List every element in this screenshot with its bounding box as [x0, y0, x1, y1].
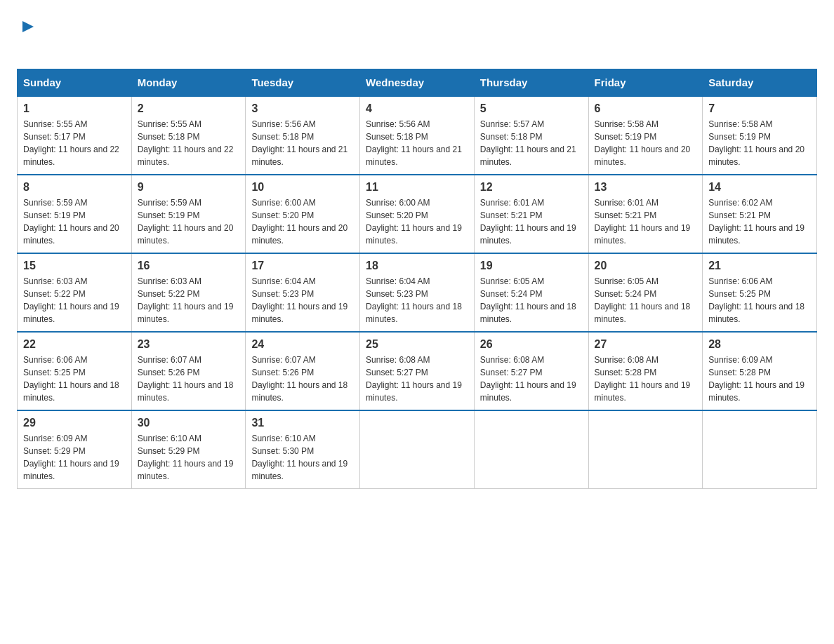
day-number: 28	[708, 338, 811, 351]
day-cell-4: 4 Sunrise: 5:56 AM Sunset: 5:18 PM Dayli…	[360, 96, 475, 175]
day-number: 29	[23, 417, 126, 429]
day-cell-29: 29 Sunrise: 6:09 AM Sunset: 5:29 PM Dayl…	[18, 410, 132, 489]
day-info: Sunrise: 6:10 AM Sunset: 5:30 PM Dayligh…	[251, 432, 354, 483]
day-info: Sunrise: 6:02 AM Sunset: 5:21 PM Dayligh…	[708, 196, 811, 247]
day-number: 26	[480, 338, 583, 351]
day-cell-13: 13 Sunrise: 6:01 AM Sunset: 5:21 PM Dayl…	[588, 175, 703, 253]
day-number: 27	[595, 338, 697, 351]
day-info: Sunrise: 5:59 AM Sunset: 5:19 PM Dayligh…	[138, 196, 240, 247]
week-row-2: 8 Sunrise: 5:59 AM Sunset: 5:19 PM Dayli…	[18, 175, 817, 253]
header-tuesday: Tuesday	[246, 69, 360, 97]
day-number: 22	[23, 338, 126, 351]
day-info: Sunrise: 6:03 AM Sunset: 5:22 PM Dayligh…	[23, 275, 126, 326]
day-cell-10: 10 Sunrise: 6:00 AM Sunset: 5:20 PM Dayl…	[246, 175, 360, 253]
day-number: 23	[138, 338, 240, 351]
day-cell-9: 9 Sunrise: 5:59 AM Sunset: 5:19 PM Dayli…	[131, 175, 246, 253]
day-cell-16: 16 Sunrise: 6:03 AM Sunset: 5:22 PM Dayl…	[131, 253, 246, 332]
day-info: Sunrise: 5:58 AM Sunset: 5:19 PM Dayligh…	[708, 118, 811, 168]
header-thursday: Thursday	[474, 69, 588, 97]
day-number: 8	[23, 181, 126, 194]
day-cell-12: 12 Sunrise: 6:01 AM Sunset: 5:21 PM Dayl…	[474, 175, 588, 253]
day-number: 11	[366, 181, 468, 194]
header-sunday: Sunday	[18, 69, 132, 97]
day-cell-21: 21 Sunrise: 6:06 AM Sunset: 5:25 PM Dayl…	[703, 253, 817, 332]
day-info: Sunrise: 6:07 AM Sunset: 5:26 PM Dayligh…	[251, 354, 354, 404]
day-cell-15: 15 Sunrise: 6:03 AM Sunset: 5:22 PM Dayl…	[18, 253, 132, 332]
day-info: Sunrise: 5:58 AM Sunset: 5:19 PM Dayligh…	[595, 118, 697, 168]
day-number: 16	[138, 260, 240, 272]
day-number: 24	[251, 338, 354, 351]
week-row-1: 1 Sunrise: 5:55 AM Sunset: 5:17 PM Dayli…	[18, 96, 817, 175]
empty-cell	[474, 410, 588, 489]
day-number: 20	[595, 260, 697, 272]
day-number: 2	[138, 102, 240, 115]
logo-arrow-icon	[18, 17, 38, 36]
day-cell-20: 20 Sunrise: 6:05 AM Sunset: 5:24 PM Dayl…	[588, 253, 703, 332]
day-cell-6: 6 Sunrise: 5:58 AM Sunset: 5:19 PM Dayli…	[588, 96, 703, 175]
day-cell-23: 23 Sunrise: 6:07 AM Sunset: 5:26 PM Dayl…	[131, 332, 246, 410]
day-cell-1: 1 Sunrise: 5:55 AM Sunset: 5:17 PM Dayli…	[18, 96, 132, 175]
day-info: Sunrise: 5:56 AM Sunset: 5:18 PM Dayligh…	[251, 118, 354, 168]
day-cell-2: 2 Sunrise: 5:55 AM Sunset: 5:18 PM Dayli…	[131, 96, 246, 175]
day-cell-8: 8 Sunrise: 5:59 AM Sunset: 5:19 PM Dayli…	[18, 175, 132, 253]
day-info: Sunrise: 6:05 AM Sunset: 5:24 PM Dayligh…	[480, 275, 583, 326]
day-number: 31	[251, 417, 354, 429]
day-info: Sunrise: 6:08 AM Sunset: 5:27 PM Dayligh…	[366, 354, 468, 404]
day-number: 30	[138, 417, 240, 429]
day-cell-31: 31 Sunrise: 6:10 AM Sunset: 5:30 PM Dayl…	[246, 410, 360, 489]
empty-cell	[703, 410, 817, 489]
day-info: Sunrise: 6:09 AM Sunset: 5:28 PM Dayligh…	[708, 354, 811, 404]
day-info: Sunrise: 6:08 AM Sunset: 5:28 PM Dayligh…	[595, 354, 697, 404]
day-info: Sunrise: 6:06 AM Sunset: 5:25 PM Dayligh…	[23, 354, 126, 404]
day-cell-19: 19 Sunrise: 6:05 AM Sunset: 5:24 PM Dayl…	[474, 253, 588, 332]
day-cell-17: 17 Sunrise: 6:04 AM Sunset: 5:23 PM Dayl…	[246, 253, 360, 332]
day-cell-25: 25 Sunrise: 6:08 AM Sunset: 5:27 PM Dayl…	[360, 332, 475, 410]
week-row-4: 22 Sunrise: 6:06 AM Sunset: 5:25 PM Dayl…	[18, 332, 817, 410]
empty-cell	[360, 410, 475, 489]
day-info: Sunrise: 5:59 AM Sunset: 5:19 PM Dayligh…	[23, 196, 126, 247]
day-info: Sunrise: 6:06 AM Sunset: 5:25 PM Dayligh…	[708, 275, 811, 326]
header-monday: Monday	[131, 69, 246, 97]
day-cell-14: 14 Sunrise: 6:02 AM Sunset: 5:21 PM Dayl…	[703, 175, 817, 253]
day-number: 12	[480, 181, 583, 194]
day-info: Sunrise: 6:04 AM Sunset: 5:23 PM Dayligh…	[366, 275, 468, 326]
day-number: 25	[366, 338, 468, 351]
day-cell-11: 11 Sunrise: 6:00 AM Sunset: 5:20 PM Dayl…	[360, 175, 475, 253]
day-number: 14	[708, 181, 811, 194]
day-info: Sunrise: 5:56 AM Sunset: 5:18 PM Dayligh…	[366, 118, 468, 168]
calendar-header-row: SundayMondayTuesdayWednesdayThursdayFrid…	[18, 69, 817, 97]
calendar-table: SundayMondayTuesdayWednesdayThursdayFrid…	[17, 69, 817, 489]
header-wednesday: Wednesday	[360, 69, 475, 97]
page-header	[17, 17, 817, 55]
day-number: 18	[366, 260, 468, 272]
day-cell-30: 30 Sunrise: 6:10 AM Sunset: 5:29 PM Dayl…	[131, 410, 246, 489]
day-info: Sunrise: 5:57 AM Sunset: 5:18 PM Dayligh…	[480, 118, 583, 168]
header-saturday: Saturday	[703, 69, 817, 97]
day-number: 5	[480, 102, 583, 115]
day-info: Sunrise: 6:04 AM Sunset: 5:23 PM Dayligh…	[251, 275, 354, 326]
svg-marker-0	[22, 21, 34, 32]
day-number: 19	[480, 260, 583, 272]
day-number: 3	[251, 102, 354, 115]
day-number: 21	[708, 260, 811, 272]
day-info: Sunrise: 6:08 AM Sunset: 5:27 PM Dayligh…	[480, 354, 583, 404]
day-info: Sunrise: 6:07 AM Sunset: 5:26 PM Dayligh…	[138, 354, 240, 404]
day-info: Sunrise: 6:05 AM Sunset: 5:24 PM Dayligh…	[595, 275, 697, 326]
day-info: Sunrise: 6:00 AM Sunset: 5:20 PM Dayligh…	[251, 196, 354, 247]
day-cell-7: 7 Sunrise: 5:58 AM Sunset: 5:19 PM Dayli…	[703, 96, 817, 175]
day-info: Sunrise: 6:10 AM Sunset: 5:29 PM Dayligh…	[138, 432, 240, 483]
day-cell-26: 26 Sunrise: 6:08 AM Sunset: 5:27 PM Dayl…	[474, 332, 588, 410]
day-number: 6	[595, 102, 697, 115]
day-cell-5: 5 Sunrise: 5:57 AM Sunset: 5:18 PM Dayli…	[474, 96, 588, 175]
day-info: Sunrise: 5:55 AM Sunset: 5:17 PM Dayligh…	[23, 118, 126, 168]
day-info: Sunrise: 5:55 AM Sunset: 5:18 PM Dayligh…	[138, 118, 240, 168]
header-friday: Friday	[588, 69, 703, 97]
day-cell-18: 18 Sunrise: 6:04 AM Sunset: 5:23 PM Dayl…	[360, 253, 475, 332]
day-cell-28: 28 Sunrise: 6:09 AM Sunset: 5:28 PM Dayl…	[703, 332, 817, 410]
day-info: Sunrise: 6:03 AM Sunset: 5:22 PM Dayligh…	[138, 275, 240, 326]
day-number: 1	[23, 102, 126, 115]
day-number: 4	[366, 102, 468, 115]
logo	[17, 17, 38, 55]
day-cell-24: 24 Sunrise: 6:07 AM Sunset: 5:26 PM Dayl…	[246, 332, 360, 410]
empty-cell	[588, 410, 703, 489]
